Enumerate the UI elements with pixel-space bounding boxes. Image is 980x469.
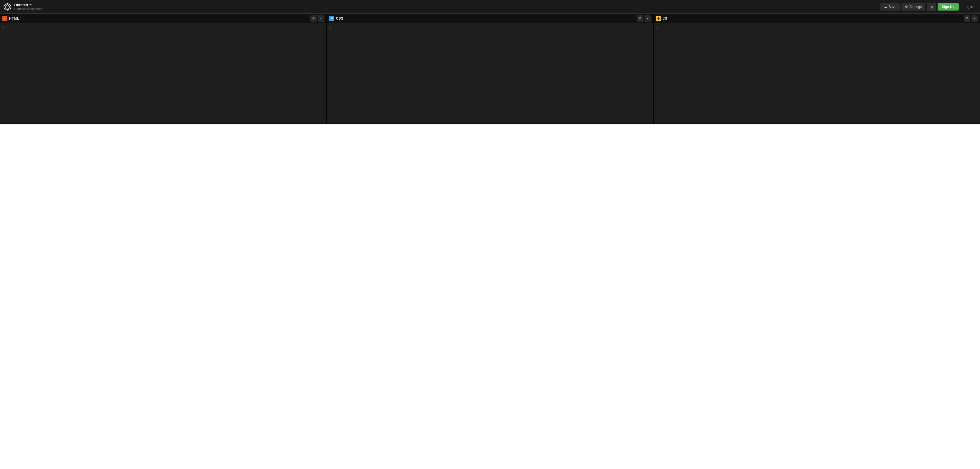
js-badge: ◉ — [656, 16, 661, 21]
settings-gear-icon: ⚙ — [905, 5, 908, 9]
topbar-right: ☁ Save ⚙ Settings ⊞ Sign Up Log In — [880, 3, 977, 11]
js-line-number-1: 1 — [656, 25, 658, 30]
html-chevron-down-icon: ▾ — [320, 16, 322, 20]
project-title-text: Untitled — [14, 3, 28, 7]
html-badge: / — [2, 16, 7, 21]
login-label: Log In — [964, 5, 973, 9]
html-label: HTML — [9, 16, 19, 21]
login-button[interactable]: Log In — [960, 3, 977, 11]
app-logo — [3, 3, 11, 11]
html-settings-icon: ⚙ — [312, 16, 315, 20]
html-collapse-button[interactable]: ▾ — [318, 15, 324, 22]
topbar-left: Untitled ✏ Captain Anonymous — [3, 3, 42, 11]
css-chevron-down-icon: ▾ — [647, 16, 649, 20]
css-settings-button[interactable]: ⚙ — [637, 15, 643, 22]
js-settings-button[interactable]: ⚙ — [964, 15, 970, 22]
svg-marker-1 — [5, 5, 10, 10]
signup-button[interactable]: Sign Up — [938, 3, 958, 11]
preview-area — [0, 124, 980, 469]
html-editor-body[interactable]: 1 — [0, 23, 326, 124]
save-cloud-icon: ☁ — [884, 5, 887, 9]
html-header-right: ⚙ ▾ — [310, 15, 324, 22]
js-badge-icon: ◉ — [657, 17, 660, 20]
css-settings-icon: ⚙ — [639, 16, 642, 20]
js-line-1: 1 — [656, 25, 978, 30]
svg-line-6 — [4, 8, 5, 8]
css-editor-body[interactable]: 1 — [327, 23, 653, 124]
html-header-left: / HTML — [2, 16, 19, 21]
svg-line-4 — [10, 8, 11, 8]
project-title: Untitled ✏ — [14, 3, 42, 7]
js-label: JS — [663, 16, 667, 21]
css-badge: ✳ — [329, 16, 334, 21]
js-settings-icon: ⚙ — [966, 16, 969, 20]
css-panel: ✳ CSS ⚙ ▾ 1 — [327, 14, 654, 124]
js-chevron-down-icon: ▾ — [974, 16, 975, 20]
grid-view-button[interactable]: ⊞ — [927, 3, 936, 11]
html-line-number-1: 1 — [2, 25, 4, 30]
js-panel: ◉ JS ⚙ ▾ 1 — [654, 14, 980, 124]
css-label: CSS — [336, 16, 344, 21]
js-panel-header: ◉ JS ⚙ ▾ — [654, 14, 980, 23]
topbar: Untitled ✏ Captain Anonymous ☁ Save ⚙ Se… — [0, 0, 980, 14]
css-badge-icon: ✳ — [331, 17, 333, 20]
editor-area: / HTML ⚙ ▾ 1 ✳ — [0, 14, 980, 124]
signup-label: Sign Up — [942, 5, 955, 9]
edit-icon[interactable]: ✏ — [29, 3, 32, 7]
js-header-right: ⚙ ▾ — [964, 15, 978, 22]
css-line-number-1: 1 — [329, 25, 331, 30]
css-header-right: ⚙ ▾ — [637, 15, 651, 22]
html-panel: / HTML ⚙ ▾ 1 — [0, 14, 327, 124]
css-panel-header: ✳ CSS ⚙ ▾ — [327, 14, 653, 23]
js-editor-body[interactable]: 1 — [654, 23, 980, 124]
project-subtitle: Captain Anonymous — [14, 7, 42, 11]
html-settings-button[interactable]: ⚙ — [310, 15, 317, 22]
grid-icon: ⊞ — [930, 5, 933, 9]
html-badge-icon: / — [5, 17, 5, 20]
save-label: Save — [889, 5, 896, 9]
js-collapse-button[interactable]: ▾ — [972, 15, 978, 22]
css-line-1: 1 — [329, 25, 651, 30]
css-collapse-button[interactable]: ▾ — [644, 15, 651, 22]
save-button[interactable]: ☁ Save — [880, 3, 900, 11]
js-header-left: ◉ JS — [656, 16, 667, 21]
settings-button[interactable]: ⚙ Settings — [902, 3, 925, 11]
css-header-left: ✳ CSS — [329, 16, 344, 21]
settings-label: Settings — [910, 5, 922, 9]
title-block: Untitled ✏ Captain Anonymous — [14, 3, 42, 11]
html-panel-header: / HTML ⚙ ▾ — [0, 14, 326, 23]
html-line-1: 1 — [2, 25, 324, 30]
